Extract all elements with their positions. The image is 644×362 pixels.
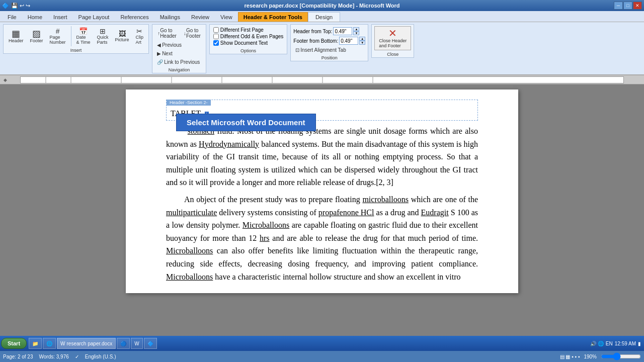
- ribbon-group-close: ✕ Close Headerand Footer Close: [371, 24, 414, 58]
- tab-header-footer-tools[interactable]: Header & Footer Tools: [238, 12, 308, 22]
- close-group-label: Close: [372, 52, 414, 57]
- taskbar-extra[interactable]: 🔷: [144, 338, 157, 349]
- link-icon: 🔗: [157, 59, 163, 65]
- options-checkboxes: Different First Page Different Odd & Eve…: [212, 26, 284, 47]
- close-header-footer-button[interactable]: ✕ Close Headerand Footer: [374, 26, 411, 50]
- word-count[interactable]: Words: 3,976: [39, 354, 69, 359]
- quick-parts-icon: ⊞: [100, 28, 106, 35]
- tab-references[interactable]: References: [115, 12, 154, 22]
- header-label: Header -Section 2-: [167, 100, 211, 106]
- title-bar-controls: ─ □ ✕: [614, 2, 642, 10]
- svg-rect-0: [21, 77, 623, 83]
- select-tooltip[interactable]: Select Microsoft Word Document: [176, 114, 316, 131]
- different-first-page-checkbox[interactable]: Different First Page: [213, 27, 283, 33]
- quick-parts-button[interactable]: ⊞ QuickParts: [95, 26, 111, 46]
- link-to-previous-button[interactable]: 🔗 Link to Previous: [155, 58, 203, 66]
- taskbar-word-doc[interactable]: W research paper.docx: [57, 338, 116, 349]
- close-x-icon: ✕: [388, 28, 397, 38]
- taskbar-chrome[interactable]: 🔵: [117, 338, 130, 349]
- taskbar-ie[interactable]: 🌐: [43, 338, 56, 349]
- tab-design[interactable]: Design: [308, 12, 340, 22]
- goto-header-icon: ↑: [157, 31, 160, 36]
- footer-bottom-down[interactable]: ▼: [359, 41, 365, 45]
- tab-view[interactable]: View: [215, 12, 238, 22]
- view-icons: ▤ ▦ ▪ ▪ ▪: [560, 354, 580, 359]
- next-button[interactable]: ▶ Next: [155, 50, 203, 57]
- header-top-down[interactable]: ▼: [353, 31, 359, 35]
- ribbon-group-navigation: ↑ Go toHeader ↓ Go toFooter ◀ Previous ▶…: [152, 24, 206, 73]
- multiparticulate-underline: multiparticulate: [166, 208, 217, 217]
- show-document-text-checkbox[interactable]: Show Document Text: [213, 40, 283, 46]
- footer-button[interactable]: ▨ Footer: [28, 28, 46, 45]
- spelling-icon: ✓: [75, 354, 79, 359]
- minimize-button[interactable]: ─: [614, 2, 623, 10]
- tab-review[interactable]: Review: [186, 12, 215, 22]
- status-left: Page: 2 of 23 Words: 3,976 ✓ English (U.…: [3, 354, 116, 359]
- language[interactable]: English (U.S.): [85, 354, 116, 359]
- clip-art-button[interactable]: ✂ ClipArt: [133, 26, 146, 46]
- footer-from-bottom-input[interactable]: [339, 37, 358, 45]
- header-button[interactable]: ▦ Header: [6, 28, 26, 45]
- tray-icons: 🔊 🌐: [590, 341, 604, 346]
- quick-access: 💾 ↩ ↪: [11, 3, 30, 9]
- picture-button[interactable]: 🖼 Picture: [113, 29, 132, 44]
- microballoons-underline-2: Microballoons: [243, 221, 289, 229]
- hydrodynamically-underline: Hydrodynamically: [199, 140, 259, 148]
- ribbon-tab-bar: File Home Insert Page Layout References …: [0, 11, 644, 22]
- different-odd-even-checkbox[interactable]: Different Odd & Even Pages: [213, 34, 283, 39]
- ruler-svg: [21, 77, 623, 83]
- page-number-button[interactable]: # PageNumber: [47, 26, 68, 46]
- options-group-label: Options: [210, 48, 287, 53]
- word-taskbar-icon: W: [60, 341, 65, 346]
- clip-art-icon: ✂: [136, 28, 142, 35]
- page-area: Select Microsoft Word Document Header -S…: [0, 84, 644, 362]
- insert-alignment-tab-button[interactable]: ⊡ Insert Alignment Tab: [293, 46, 365, 54]
- paragraph-2: An object of the present study was to pr…: [166, 193, 478, 283]
- header-from-top-row: Header from Top: ▲ ▼: [293, 27, 365, 35]
- title-bar-left: 🔷 💾 ↩ ↪: [2, 3, 30, 9]
- tab-home[interactable]: Home: [22, 12, 48, 22]
- start-button[interactable]: Start: [1, 338, 27, 349]
- taskbar-folder[interactable]: 📁: [29, 338, 42, 349]
- tab-mailings[interactable]: Mailings: [154, 12, 186, 22]
- previous-button[interactable]: ◀ Previous: [155, 41, 203, 49]
- header-from-top-label: Header from Top:: [293, 29, 332, 34]
- previous-icon: ◀: [157, 42, 161, 48]
- tray-time: 12:59 AM: [615, 341, 636, 346]
- picture-icon: 🖼: [119, 30, 126, 37]
- position-group-label: Position: [291, 55, 368, 60]
- alignment-tab-icon: ⊡: [295, 47, 299, 53]
- word-icon: 🔷: [2, 3, 9, 9]
- maximize-button[interactable]: □: [623, 2, 632, 10]
- microballoons-underline-4: Microballoons: [166, 273, 213, 281]
- page-number-icon: #: [56, 28, 60, 35]
- taskbar-word-app[interactable]: W: [131, 338, 142, 349]
- title-bar: 🔷 💾 ↩ ↪ research paper.docx [Compatibili…: [0, 0, 644, 11]
- status-bar: Page: 2 of 23 Words: 3,976 ✓ English (U.…: [0, 351, 644, 362]
- hrs-underline: hrs: [260, 234, 270, 242]
- insert-group-label: Insert: [4, 48, 148, 53]
- header-from-top-input[interactable]: [333, 27, 352, 35]
- zoom-slider[interactable]: [601, 352, 641, 360]
- date-time-button[interactable]: 📅 Date& Time: [74, 26, 93, 46]
- close-button[interactable]: ✕: [633, 2, 642, 10]
- footer-bottom-up[interactable]: ▲: [359, 37, 365, 41]
- show-desktop-button[interactable]: ▮: [638, 341, 641, 346]
- tab-insert[interactable]: Insert: [48, 12, 73, 22]
- insert-buttons: ▦ Header ▨ Footer # PageNumber 📅 Date& T…: [6, 26, 146, 46]
- header-top-up[interactable]: ▲: [353, 27, 359, 31]
- ruler-area: ◆: [0, 75, 644, 84]
- tab-page-layout[interactable]: Page Layout: [73, 12, 115, 22]
- tab-file[interactable]: File: [2, 12, 22, 22]
- goto-footer-button[interactable]: ↓ Go toFooter: [181, 26, 203, 40]
- taskbar: Start 📁 🌐 W research paper.docx 🔵 W 🔷 🔊 …: [0, 336, 644, 351]
- page-indicator[interactable]: Page: 2 of 23: [3, 354, 33, 359]
- footer-from-bottom-row: Footer from Bottom: ▲ ▼: [293, 37, 365, 45]
- navigation-group-label: Navigation: [152, 67, 206, 72]
- goto-header-button[interactable]: ↑ Go toHeader: [155, 26, 179, 40]
- ribbon-group-insert: ▦ Header ▨ Footer # PageNumber 📅 Date& T…: [3, 24, 149, 54]
- status-right: ▤ ▦ ▪ ▪ ▪ 190%: [560, 352, 641, 360]
- footer-from-bottom-label: Footer from Bottom:: [293, 38, 338, 44]
- divider: [71, 26, 71, 46]
- microballoons-underline-3: Microballoons: [166, 246, 213, 255]
